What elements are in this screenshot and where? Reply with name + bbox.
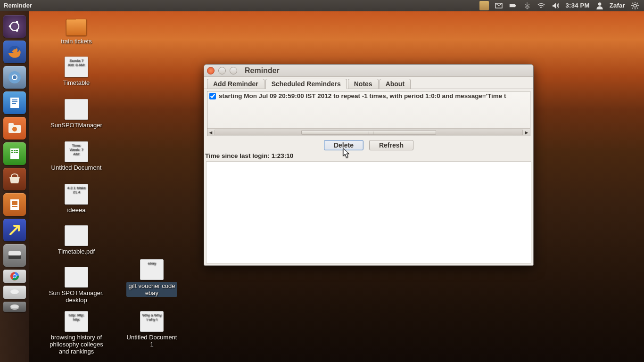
reminder-checkbox[interactable] — [209, 93, 216, 99]
desktop-icon-label: Timetable.pdf — [43, 248, 109, 255]
status-text: Time since last login: 1:23:10 — [204, 151, 533, 159]
svg-rect-26 — [8, 123, 14, 126]
bluetooth-icon[interactable] — [523, 2, 531, 9]
scrollbar-thumb[interactable] — [301, 130, 437, 135]
desktop-icon-label: Sun SPOTManager. desktop — [43, 289, 109, 304]
svg-line-12 — [632, 8, 633, 8]
launcher-app[interactable] — [3, 219, 26, 241]
scrollbar-track[interactable] — [215, 130, 523, 135]
document-icon: http: http: http: — [65, 311, 88, 332]
reminder-window: Reminder Add Reminder Scheduled Reminder… — [204, 64, 534, 266]
launcher-chromium[interactable] — [3, 66, 26, 89]
desktop-icon[interactable]: Sunda 7 AM: 8 AM:Timetable — [43, 57, 109, 86]
svg-point-3 — [598, 2, 601, 6]
svg-rect-34 — [16, 152, 18, 153]
document-icon: 4.2.1 Make 21.4 — [65, 184, 88, 205]
svg-rect-1 — [510, 4, 515, 7]
svg-line-9 — [632, 3, 633, 4]
clock[interactable]: 3:34 PM — [565, 2, 589, 9]
svg-rect-37 — [12, 206, 17, 207]
user-icon[interactable] — [595, 2, 604, 9]
menubar-app-title: Reminder — [0, 2, 37, 9]
svg-point-42 — [13, 275, 16, 278]
launcher-calc[interactable] — [3, 142, 26, 165]
desktop-icon-label: Untitled Document 1 — [119, 334, 185, 348]
close-icon[interactable] — [207, 67, 215, 74]
desktop-icon[interactable]: ebaygift voucher code ebay — [119, 259, 185, 297]
tab-add-reminder[interactable]: Add Reminder — [207, 79, 264, 89]
scroll-right-icon[interactable]: ► — [523, 130, 530, 135]
mail-icon[interactable] — [495, 2, 503, 9]
desktop-icon-label: browsing history of philosophy colleges … — [43, 334, 109, 355]
desktop-icon[interactable]: Timetable.pdf — [43, 225, 109, 255]
reminder-list-item[interactable]: starting Mon Jul 09 20:59:00 IST 2012 to… — [207, 91, 530, 100]
reminder-text: starting Mon Jul 09 20:59:00 IST 2012 to… — [219, 92, 506, 99]
gear-icon[interactable] — [631, 2, 639, 9]
desktop-icon[interactable]: train tickets — [43, 19, 109, 45]
button-row: Delete Refresh — [204, 136, 533, 151]
launcher-impress[interactable] — [3, 193, 26, 216]
wifi-icon[interactable] — [537, 2, 545, 9]
svg-point-46 — [10, 304, 19, 308]
minimize-icon[interactable] — [218, 67, 226, 74]
svg-rect-29 — [11, 150, 13, 151]
svg-rect-38 — [8, 255, 21, 259]
maximize-icon[interactable] — [230, 67, 237, 74]
window-titlebar[interactable]: Reminder — [204, 65, 533, 77]
svg-point-20 — [13, 75, 17, 79]
svg-line-11 — [637, 3, 638, 4]
document-icon: Time: Week: 7 AM: — [65, 141, 88, 162]
document-icon: Why a Why t why t — [140, 311, 164, 332]
svg-rect-22 — [12, 99, 17, 100]
unity-launcher — [0, 11, 29, 362]
content-area — [206, 161, 531, 263]
document-icon: ebay — [140, 259, 164, 280]
desktop-icon[interactable]: Sun SPOTManager. desktop — [43, 267, 109, 304]
svg-rect-39 — [8, 251, 21, 255]
svg-rect-31 — [16, 150, 18, 151]
desktop-icon[interactable]: Why a Why t why tUntitled Document 1 — [119, 311, 185, 348]
refresh-button[interactable]: Refresh — [369, 140, 413, 150]
document-icon — [65, 99, 88, 120]
user-name[interactable]: Zafar — [610, 2, 625, 9]
tab-notes[interactable]: Notes — [348, 79, 379, 89]
delete-button[interactable]: Delete — [324, 140, 363, 150]
desktop-icon[interactable]: 4.2.1 Make 21.4ideeea — [43, 184, 109, 214]
launcher-dash[interactable] — [3, 15, 26, 38]
svg-rect-32 — [11, 152, 13, 153]
sound-icon[interactable] — [551, 2, 560, 9]
scroll-left-icon[interactable]: ◄ — [207, 130, 214, 135]
desktop-icon-label: Timetable — [43, 79, 109, 86]
desktop-icon-label: SunSPOTManager — [43, 122, 109, 129]
document-icon — [65, 267, 88, 288]
svg-point-15 — [16, 21, 18, 24]
tab-bar: Add Reminder Scheduled Reminders Notes A… — [204, 77, 533, 89]
launcher-files[interactable] — [3, 117, 26, 140]
document-icon — [65, 225, 88, 246]
desktop-icon[interactable]: SunSPOTManager — [43, 99, 109, 129]
launcher-chrome[interactable] — [3, 270, 26, 283]
amazon-icon[interactable] — [479, 1, 489, 10]
desktop-icon-label: train tickets — [43, 38, 109, 45]
svg-rect-2 — [515, 5, 516, 6]
horizontal-scrollbar[interactable]: ◄ ► — [207, 128, 530, 136]
launcher-writer[interactable] — [3, 91, 26, 114]
svg-point-4 — [634, 4, 636, 7]
reminders-list: starting Mon Jul 09 20:59:00 IST 2012 to… — [207, 91, 530, 136]
desktop-icon-label: gift voucher code ebay — [126, 282, 177, 297]
launcher-software-center[interactable] — [3, 168, 26, 190]
desktop-icon[interactable]: http: http: http:browsing history of phi… — [43, 311, 109, 355]
desktop-icon-label: ideeea — [43, 206, 109, 214]
svg-rect-24 — [12, 103, 16, 104]
svg-point-14 — [9, 25, 11, 28]
launcher-drive[interactable] — [3, 244, 26, 267]
tab-scheduled-reminders[interactable]: Scheduled Reminders — [265, 79, 347, 89]
launcher-firefox[interactable] — [3, 41, 26, 63]
desktop-icon[interactable]: Time: Week: 7 AM:Untitled Document — [43, 141, 109, 171]
tab-about[interactable]: About — [380, 79, 411, 89]
document-icon: Sunda 7 AM: 8 AM: — [65, 57, 88, 77]
svg-point-27 — [12, 127, 17, 132]
launcher-hplip[interactable] — [3, 286, 26, 299]
launcher-stack[interactable] — [3, 302, 26, 312]
battery-icon[interactable] — [509, 2, 517, 9]
